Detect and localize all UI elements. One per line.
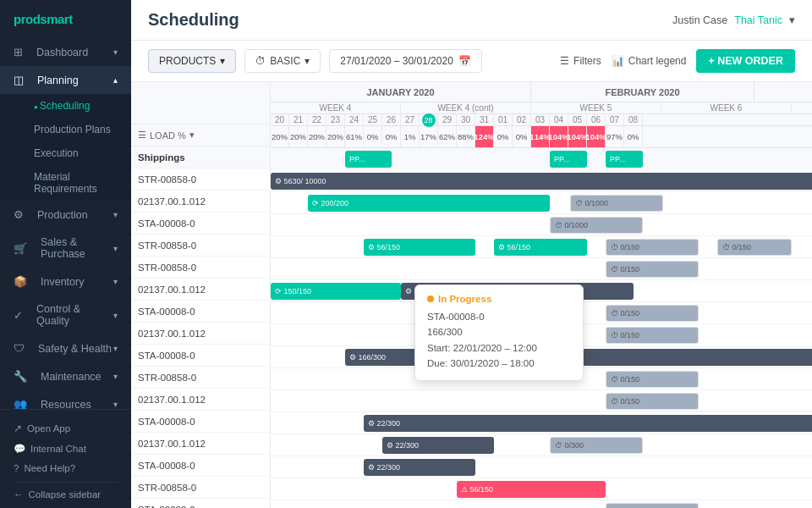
load-17-overload: 104% bbox=[587, 126, 606, 147]
left-row-7: 02137.00.1.012 bbox=[131, 323, 270, 345]
bar-sta-4[interactable]: ⚙ 22/300 bbox=[364, 415, 812, 432]
load-7: 1% bbox=[401, 126, 420, 147]
day-20: 20 bbox=[271, 114, 289, 125]
week5-feb: WEEK 5 bbox=[531, 102, 661, 113]
month-jan: JANUARY 2020 bbox=[271, 82, 531, 102]
sub-item-material-requirements[interactable]: Material Requirements bbox=[0, 165, 131, 201]
calendar-icon: 📅 bbox=[458, 55, 471, 67]
bar-str-4[interactable]: ⏱ 0/150 bbox=[606, 371, 699, 388]
bar-str-5-red[interactable]: ⚠ 56/150 bbox=[457, 481, 606, 498]
app-logo: prodsmart bbox=[0, 0, 131, 38]
day-07: 07 bbox=[606, 114, 624, 125]
chart-legend-button[interactable]: 📊 Chart legend bbox=[612, 55, 687, 67]
toolbar-right: ☰ Filters 📊 Chart legend + NEW ORDER bbox=[560, 49, 795, 73]
bar-str-2a[interactable]: ⚙ 56/150 bbox=[364, 239, 475, 256]
bar-sta-5[interactable]: ⚙ 22/300 bbox=[364, 459, 475, 476]
sidebar-item-maintenance[interactable]: 🔧 Maintenance ▾ bbox=[0, 362, 131, 390]
load-label: LOAD % bbox=[150, 130, 186, 141]
sidebar-item-sales[interactable]: 🛒 Sales & Purchase ▾ bbox=[0, 229, 131, 268]
sidebar-item-production[interactable]: ⚙ Production ▾ bbox=[0, 201, 131, 229]
new-order-button[interactable]: + NEW ORDER bbox=[696, 49, 795, 73]
user-info: Justin Case Thai Tanic ▾ bbox=[672, 14, 795, 26]
user-org: Thai Tanic bbox=[734, 14, 782, 26]
day-28-today: 28 bbox=[420, 114, 438, 125]
left-row-9: STR-00858-0 bbox=[131, 367, 270, 389]
load-extra bbox=[643, 126, 812, 147]
left-row-15: STA-00008-0 bbox=[131, 499, 270, 508]
clock-icon: ⏱ bbox=[255, 55, 266, 67]
sub-item-scheduling[interactable]: Scheduling bbox=[0, 94, 131, 118]
open-app-label: Open App bbox=[27, 423, 70, 433]
row-02137-5: ⚙ 22/300 ⏱ 0/300 bbox=[271, 434, 812, 456]
collapse-sidebar-button[interactable]: ← Collapse sidebar bbox=[14, 482, 118, 500]
bar-shippings-3[interactable]: PP... bbox=[606, 151, 643, 168]
bar-str-3[interactable]: ⏱ 0/150 bbox=[606, 261, 699, 278]
sidebar-item-label-planning: Planning bbox=[37, 75, 79, 86]
sidebar: prodsmart ⊞ Dashboard ▾ ◫ Planning ▴ Sch… bbox=[0, 0, 131, 508]
bar-02137-3[interactable]: ⏱ 0/150 bbox=[606, 327, 699, 344]
sidebar-item-dashboard[interactable]: ⊞ Dashboard ▾ bbox=[0, 38, 131, 66]
chevron-up-icon: ▴ bbox=[113, 75, 118, 85]
months-header: JANUARY 2020 FEBRUARY 2020 bbox=[271, 82, 812, 102]
sidebar-item-label-safety: Safety & Health bbox=[38, 343, 112, 355]
bar-02137-1[interactable]: ⟳ 200/200 bbox=[308, 195, 550, 212]
bar-sta-1-gray[interactable]: ⏱ 0/1000 bbox=[550, 217, 643, 234]
bar-02137-5b[interactable]: ⏱ 0/300 bbox=[550, 437, 643, 454]
sidebar-item-label-production: Production bbox=[37, 209, 88, 221]
resources-icon: 👥 bbox=[14, 398, 27, 409]
help-icon: ? bbox=[14, 463, 19, 473]
week4: WEEK 4 bbox=[271, 102, 401, 113]
chevron-down-icon: ▾ bbox=[113, 277, 118, 286]
bar-shippings-1[interactable]: PP... bbox=[345, 151, 392, 168]
filters-button[interactable]: ☰ Filters bbox=[560, 55, 601, 67]
internal-chat-link[interactable]: 💬 Internal Chat bbox=[14, 439, 118, 459]
sub-item-production-plans[interactable]: Production Plans bbox=[0, 118, 131, 141]
left-row-12: 02137.00.1.012 bbox=[131, 433, 270, 455]
day-22: 22 bbox=[308, 114, 326, 125]
sidebar-item-control[interactable]: ✓ Control & Quality ▾ bbox=[0, 295, 131, 334]
date-range-picker[interactable]: 27/01/2020 – 30/01/2020 📅 bbox=[329, 49, 481, 73]
left-row-2: STA-00008-0 bbox=[131, 213, 270, 235]
tooltip-qty: 166/300 bbox=[427, 324, 571, 340]
load-chevron-icon: ▾ bbox=[189, 130, 195, 141]
bar-02137-1-gray[interactable]: ⏱ 0/1000 bbox=[570, 195, 663, 212]
day-26: 26 bbox=[382, 114, 401, 125]
month-feb: FEBRUARY 2020 bbox=[531, 82, 754, 102]
bar-shippings-2[interactable]: PP... bbox=[550, 151, 587, 168]
day-24: 24 bbox=[345, 114, 364, 125]
row-str-1: ⚙ 5630/ 10000 bbox=[271, 170, 812, 192]
day-25: 25 bbox=[364, 114, 382, 125]
left-row-0: STR-00858-0 bbox=[131, 168, 270, 190]
bar-sta-6[interactable]: ⏱ 0/1000 bbox=[606, 503, 699, 508]
bar-02137-4[interactable]: ⏱ 0/150 bbox=[606, 393, 699, 410]
bar-str-2d[interactable]: ⏱ 0/150 bbox=[717, 239, 792, 256]
sidebar-item-safety[interactable]: 🛡 Safety & Health ▾ bbox=[0, 334, 131, 362]
row-sta-6: ⏱ 0/1000 bbox=[271, 500, 812, 508]
tooltip-order: STA-00008-0 bbox=[427, 309, 571, 324]
bar-02137-5a[interactable]: ⚙ 22/300 bbox=[382, 437, 494, 454]
sidebar-item-resources[interactable]: 👥 Resources ▾ bbox=[0, 390, 131, 409]
planning-submenu: Scheduling Production Plans Execution Ma… bbox=[0, 94, 131, 201]
bar-str-2c[interactable]: ⏱ 0/150 bbox=[606, 239, 699, 256]
open-app-link[interactable]: ↗ Open App bbox=[14, 418, 118, 439]
bar-sta-3b[interactable] bbox=[550, 349, 812, 366]
bar-02137-2a[interactable]: ⟳ 150/150 bbox=[271, 283, 401, 300]
load-14-overload: 114% bbox=[531, 126, 550, 147]
sidebar-item-inventory[interactable]: 📦 Inventory ▾ bbox=[0, 268, 131, 295]
user-label: Justin Case bbox=[672, 14, 727, 26]
chevron-down-icon: ▾ bbox=[113, 372, 118, 381]
bar-str-1[interactable]: ⚙ 5630/ 10000 bbox=[271, 173, 812, 190]
sidebar-item-planning[interactable]: ◫ Planning ▴ bbox=[0, 66, 131, 94]
bar-str-2b[interactable]: ⚙ 56/150 bbox=[494, 239, 587, 256]
sub-item-execution[interactable]: Execution bbox=[0, 141, 131, 165]
chart-legend-label: Chart legend bbox=[628, 55, 687, 67]
basic-dropdown[interactable]: ⏱ BASIC ▾ bbox=[244, 49, 321, 73]
bar-sta-2[interactable]: ⏱ 0/150 bbox=[606, 305, 699, 322]
load-1: 20% bbox=[289, 126, 308, 147]
need-help-link[interactable]: ? Need Help? bbox=[14, 459, 118, 478]
chevron-down-icon: ▾ bbox=[113, 344, 118, 353]
left-header bbox=[131, 82, 270, 124]
gantt-container: ☰ LOAD % ▾ Shippings STR-00858-0 02137.0… bbox=[131, 82, 812, 508]
products-dropdown[interactable]: PRODUCTS ▾ bbox=[148, 49, 236, 73]
load-13: 0% bbox=[513, 126, 531, 147]
